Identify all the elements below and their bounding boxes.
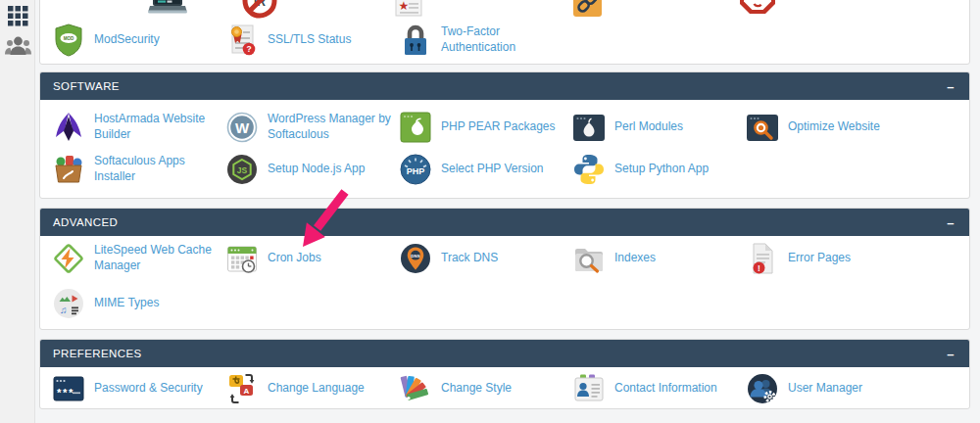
item-select-php-version[interactable]: PHP Select PHP Version bbox=[399, 148, 572, 190]
link-cron-jobs[interactable]: Cron Jobs bbox=[268, 251, 321, 266]
hostarmada-logo-icon bbox=[52, 111, 85, 144]
password-window-icon: *** bbox=[52, 372, 85, 405]
style-swatches-icon bbox=[399, 372, 432, 405]
link-setup-python-app[interactable]: Setup Python App bbox=[614, 162, 709, 177]
modsecurity-shield-icon: MOD bbox=[52, 24, 85, 57]
item-php-pear-packages[interactable]: PHP PEAR Packages bbox=[399, 106, 572, 148]
wordpress-logo-icon: W bbox=[225, 111, 259, 144]
link-change-language[interactable]: Change Language bbox=[268, 381, 365, 397]
optimize-magnifier-icon bbox=[746, 111, 779, 144]
item-setup-nodejs-app[interactable]: JS Setup Node.js App bbox=[225, 148, 399, 190]
dns-map-pin-icon: DNS bbox=[399, 242, 432, 275]
item-modsecurity[interactable]: MOD ModSecurity bbox=[52, 19, 225, 62]
link-two-factor-authentication[interactable]: Two-Factor Authentication bbox=[441, 24, 565, 55]
section-panel-preferences: PREFERENCES – *** Password & Security bbox=[39, 339, 970, 409]
svg-text:!: ! bbox=[758, 263, 760, 273]
ssl-certificate-icon: ? bbox=[225, 24, 259, 57]
item-hostarmada-website-builder[interactable]: HostArmada Website Builder bbox=[52, 106, 225, 148]
advanced-section-header: ADVANCED – bbox=[40, 209, 969, 236]
section-title: PREFERENCES bbox=[53, 348, 142, 359]
link-select-php-version[interactable]: Select PHP Version bbox=[441, 162, 544, 177]
link-litespeed-cache-manager[interactable]: LiteSpeed Web Cache Manager bbox=[94, 243, 219, 273]
collapse-section-button[interactable]: – bbox=[947, 80, 955, 93]
section-panel-advanced: ADVANCED – LiteSpeed Web Cache Manager bbox=[39, 208, 970, 330]
item-track-dns[interactable]: DNS Track DNS bbox=[399, 236, 572, 281]
section-title: SOFTWARE bbox=[53, 80, 120, 92]
advanced-items-grid: LiteSpeed Web Cache Manager bbox=[40, 236, 969, 326]
item-error-pages[interactable]: ! Error Pages bbox=[746, 236, 919, 281]
link-perl-modules[interactable]: Perl Modules bbox=[614, 119, 683, 135]
pear-icon bbox=[399, 111, 432, 144]
svg-text:?: ? bbox=[246, 44, 251, 54]
cron-calendar-clock-icon bbox=[225, 242, 259, 275]
svg-text:★: ★ bbox=[399, 0, 410, 13]
perl-onion-icon bbox=[572, 111, 606, 144]
preferences-section-header: PREFERENCES – bbox=[40, 340, 969, 367]
users-group-icon[interactable] bbox=[5, 35, 31, 61]
collapse-section-button[interactable]: – bbox=[947, 348, 955, 360]
applications-grid-icon[interactable] bbox=[8, 6, 28, 30]
nodejs-hexagon-icon: JS bbox=[225, 153, 259, 186]
link-password-security[interactable]: Password & Security bbox=[94, 381, 203, 397]
contact-card-icon bbox=[572, 372, 606, 405]
link-indexes[interactable]: Indexes bbox=[614, 251, 656, 266]
link-hostarmada-website-builder[interactable]: HostArmada Website Builder bbox=[94, 112, 219, 142]
svg-text:♫: ♫ bbox=[60, 305, 68, 315]
item-cron-jobs[interactable]: Cron Jobs bbox=[225, 236, 399, 281]
python-logo-icon bbox=[572, 153, 606, 186]
item-change-style[interactable]: Change Style bbox=[399, 367, 572, 410]
item-setup-python-app[interactable]: Setup Python App bbox=[572, 148, 746, 190]
softaculous-toolbox-icon bbox=[52, 153, 85, 186]
link-change-style[interactable]: Change Style bbox=[441, 381, 512, 397]
user-manager-gear-icon bbox=[746, 372, 779, 405]
link-error-pages[interactable]: Error Pages bbox=[788, 251, 851, 266]
link-contact-information[interactable]: Contact Information bbox=[614, 381, 717, 397]
litespeed-diamond-icon bbox=[52, 242, 85, 275]
link-mime-types[interactable]: MIME Types bbox=[94, 296, 159, 311]
section-panel-software: SOFTWARE – HostArmada Website Builder bbox=[39, 71, 970, 199]
language-bubbles-icon: A bbox=[225, 372, 259, 405]
certificate-icon-partial[interactable]: ★ bbox=[395, 0, 422, 21]
link-user-manager[interactable]: User Manager bbox=[788, 381, 862, 397]
link-chain-icon-partial[interactable] bbox=[573, 0, 602, 21]
svg-text:W: W bbox=[235, 118, 250, 135]
item-optimize-website[interactable]: Optimize Website bbox=[746, 106, 919, 148]
item-perl-modules[interactable]: Perl Modules bbox=[572, 106, 746, 148]
stop-octagon-icon-partial[interactable] bbox=[739, 0, 776, 19]
link-ssl-tls-status[interactable]: SSL/TLS Status bbox=[268, 32, 351, 48]
item-litespeed-cache-manager[interactable]: LiteSpeed Web Cache Manager bbox=[52, 236, 225, 281]
link-php-pear-packages[interactable]: PHP PEAR Packages bbox=[441, 119, 556, 135]
terminal-laptop-icon-partial[interactable] bbox=[148, 0, 187, 21]
padlock-icon bbox=[399, 24, 432, 57]
item-softaculous-apps-installer[interactable]: Softaculous Apps Installer bbox=[52, 148, 225, 190]
item-wordpress-manager[interactable]: W WordPress Manager by Softaculous bbox=[225, 106, 399, 148]
item-user-manager[interactable]: User Manager bbox=[746, 367, 919, 410]
folder-search-icon bbox=[572, 242, 606, 275]
link-setup-nodejs-app[interactable]: Setup Node.js App bbox=[268, 162, 365, 177]
item-ssl-tls-status[interactable]: ? SSL/TLS Status bbox=[225, 19, 399, 62]
svg-text:A: A bbox=[244, 387, 250, 396]
link-optimize-website[interactable]: Optimize Website bbox=[788, 119, 880, 135]
svg-text:MOD: MOD bbox=[64, 36, 74, 41]
link-softaculous-apps-installer[interactable]: Softaculous Apps Installer bbox=[94, 154, 219, 184]
php-gauge-icon: PHP bbox=[399, 153, 432, 186]
link-track-dns[interactable]: Track DNS bbox=[441, 251, 498, 266]
collapse-section-button[interactable]: – bbox=[947, 216, 955, 229]
error-document-icon: ! bbox=[746, 242, 779, 275]
link-wordpress-manager[interactable]: WordPress Manager by Softaculous bbox=[268, 112, 392, 142]
software-section-header: SOFTWARE – bbox=[40, 72, 969, 100]
security-items-row: MOD ModSecurity ? SSL/TLS Status bbox=[40, 19, 969, 62]
item-two-factor-authentication[interactable]: Two-Factor Authentication bbox=[399, 19, 572, 62]
section-title: ADVANCED bbox=[53, 216, 118, 228]
link-modsecurity[interactable]: ModSecurity bbox=[94, 32, 160, 48]
preferences-items-grid: *** Password & Security bbox=[40, 367, 969, 410]
svg-text:JS: JS bbox=[237, 164, 248, 174]
item-indexes[interactable]: Indexes bbox=[572, 236, 746, 281]
svg-text:DNS: DNS bbox=[411, 254, 419, 258]
section-panel-security: IR ★ bbox=[39, 0, 970, 65]
software-items-grid: HostArmada Website Builder W WordPress M… bbox=[40, 100, 969, 190]
item-password-security[interactable]: *** Password & Security bbox=[52, 367, 225, 410]
item-contact-information[interactable]: Contact Information bbox=[572, 367, 746, 410]
item-change-language[interactable]: A Change Language bbox=[225, 367, 399, 410]
item-mime-types[interactable]: ♫ MIME Types bbox=[52, 281, 225, 326]
